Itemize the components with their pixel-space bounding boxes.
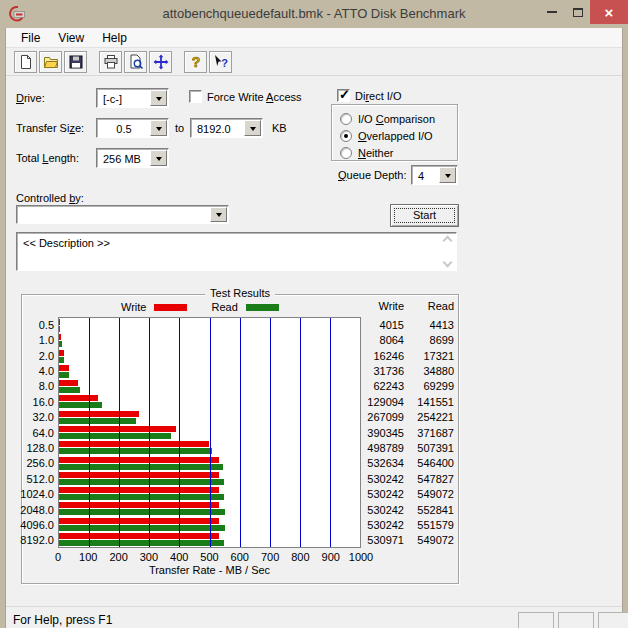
x-tick-label: 0: [55, 551, 61, 563]
write-bar: [59, 411, 139, 417]
drive-dropdown-arrow[interactable]: [150, 90, 167, 106]
drive-select[interactable]: [-c-]: [96, 88, 169, 108]
transfer-size-from-select[interactable]: 0.5: [96, 118, 169, 138]
y-tick-label: 64.0: [21, 425, 54, 440]
x-tick-label: 500: [200, 551, 218, 563]
write-bar: [59, 502, 219, 508]
new-button[interactable]: [14, 51, 37, 73]
write-bar: [59, 319, 60, 325]
controlled-by-select[interactable]: [16, 205, 229, 224]
queue-depth-select[interactable]: 4: [411, 165, 458, 185]
gridline: [300, 318, 301, 547]
write-bar: [59, 426, 176, 432]
read-value: 546400: [408, 456, 454, 471]
scroll-up-icon[interactable]: [444, 237, 451, 244]
y-tick-label: 256.0: [21, 456, 54, 471]
io-comparison-option[interactable]: I/O Comparison: [340, 110, 457, 127]
save-floppy-icon: [68, 54, 84, 70]
chevron-down-icon: [445, 174, 451, 181]
direct-io-checkbox[interactable]: [337, 89, 350, 102]
menu-bar: File View Help: [6, 28, 622, 48]
x-tick-label: 600: [231, 551, 249, 563]
queue-depth-dropdown-arrow[interactable]: [439, 167, 456, 183]
help-icon: ?: [188, 54, 204, 70]
open-button[interactable]: [39, 51, 62, 73]
print-button[interactable]: [99, 51, 122, 73]
toolbar: ? ?: [6, 49, 622, 76]
y-tick-label: 32.0: [21, 409, 54, 424]
print-preview-button[interactable]: [124, 51, 147, 73]
transfer-size-from-value: 0.5: [99, 121, 149, 135]
write-bar: [59, 457, 219, 463]
menu-help[interactable]: Help: [93, 28, 136, 48]
x-axis-ticks: 01002003004005006007008009001000: [58, 551, 361, 564]
read-value: 69299: [408, 379, 454, 394]
scroll-down-icon[interactable]: [444, 259, 451, 266]
y-tick-label: 2048.0: [21, 502, 54, 517]
menu-view[interactable]: View: [49, 28, 93, 48]
gridline: [270, 318, 271, 547]
x-tick-label: 200: [109, 551, 127, 563]
open-folder-icon: [43, 54, 59, 70]
read-bar: [59, 341, 62, 347]
drive-value: [-c-]: [99, 91, 149, 105]
move-button[interactable]: [149, 51, 172, 73]
context-help-button[interactable]: ?: [209, 51, 232, 73]
y-tick-label: 4096.0: [21, 517, 54, 532]
read-bar: [59, 464, 223, 470]
write-bar: [59, 533, 219, 539]
overlapped-io-radio[interactable]: [340, 130, 352, 142]
transfer-from-dropdown-arrow[interactable]: [150, 120, 167, 136]
neither-radio[interactable]: [340, 147, 352, 159]
chevron-down-icon: [216, 213, 222, 220]
close-button[interactable]: ×: [590, 0, 628, 24]
printer-icon: [103, 54, 119, 70]
read-bar: [59, 540, 224, 546]
read-column-header: Read: [408, 300, 454, 312]
y-tick-label: 512.0: [21, 471, 54, 486]
io-comparison-radio[interactable]: [340, 113, 352, 125]
chevron-down-icon: [250, 127, 256, 134]
write-bar: [59, 472, 219, 478]
write-bar: [59, 350, 64, 356]
controlled-by-dropdown-arrow[interactable]: [210, 207, 227, 222]
status-text: For Help, press F1: [13, 613, 112, 627]
read-value: 507391: [408, 440, 454, 455]
help-button[interactable]: ?: [184, 51, 207, 73]
write-bar: [59, 380, 78, 386]
total-length-dropdown-arrow[interactable]: [150, 150, 167, 166]
to-label: to: [175, 122, 184, 134]
transfer-to-dropdown-arrow[interactable]: [244, 120, 261, 136]
read-values-column: 4413869917321348806929914155125422137168…: [408, 317, 454, 548]
transfer-size-label: Transfer Size:: [16, 122, 84, 134]
read-value: 547827: [408, 471, 454, 486]
y-tick-label: 4.0: [21, 363, 54, 378]
transfer-size-to-select[interactable]: 8192.0: [190, 118, 263, 138]
save-button[interactable]: [64, 51, 87, 73]
force-write-access-checkbox[interactable]: [189, 90, 202, 103]
total-length-select[interactable]: 256 MB: [96, 148, 169, 168]
maximize-button[interactable]: [566, 0, 590, 24]
legend-read-label: Read: [211, 301, 237, 313]
write-bar: [59, 334, 61, 340]
menu-file[interactable]: File: [12, 28, 49, 48]
neither-option[interactable]: Neither: [340, 144, 457, 161]
start-button[interactable]: Start: [390, 204, 459, 227]
read-value: 141551: [408, 394, 454, 409]
overlapped-io-option[interactable]: Overlapped I/O: [340, 127, 457, 144]
gridline: [89, 318, 90, 547]
controlled-by-value: [19, 208, 209, 221]
neither-label: Neither: [358, 147, 393, 159]
total-length-label: Total Length:: [16, 152, 79, 164]
write-bar: [59, 518, 219, 524]
chevron-down-icon: [156, 97, 162, 104]
description-box[interactable]: << Description >>: [16, 232, 457, 271]
y-tick-label: 0.5: [21, 317, 54, 332]
total-length-value: 256 MB: [99, 151, 149, 165]
context-help-icon: ?: [213, 54, 229, 70]
y-tick-label: 8.0: [21, 379, 54, 394]
read-bar: [59, 357, 64, 363]
minimize-button[interactable]: [538, 0, 566, 24]
write-bar: [59, 487, 219, 493]
new-file-icon: [18, 54, 34, 70]
